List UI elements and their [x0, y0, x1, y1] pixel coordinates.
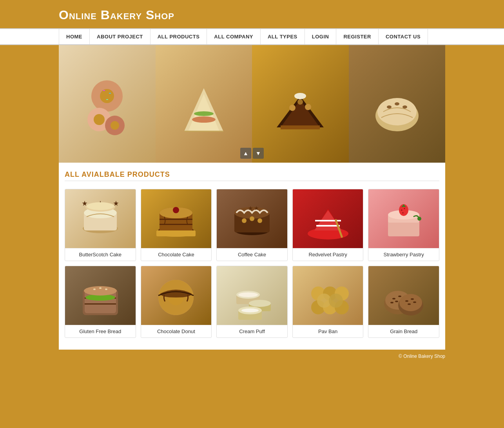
svg-point-64: [417, 217, 421, 221]
nav-products[interactable]: ALL PRODUCTS: [150, 29, 207, 44]
svg-point-63: [402, 212, 404, 214]
product-gluten-bread-image: [65, 266, 136, 325]
banner-seg-1: [59, 45, 156, 163]
svg-rect-40: [156, 230, 196, 236]
footer-text: © Online Bakery Shop: [399, 354, 445, 359]
svg-text:★: ★: [248, 205, 253, 211]
svg-point-19: [305, 104, 311, 110]
product-gluten-bread[interactable]: Gluten Free Bread: [65, 266, 136, 338]
svg-point-102: [390, 302, 393, 303]
svg-text:★: ★: [254, 205, 259, 211]
product-pav-ban-name: Pav Ban: [293, 325, 363, 337]
svg-rect-7: [109, 93, 111, 94]
product-redvelvet-image: [293, 189, 363, 248]
svg-marker-30: [82, 201, 87, 206]
nav-contact[interactable]: CONTACT US: [379, 29, 428, 44]
product-chocolate-cake-image: [141, 189, 212, 248]
svg-point-12: [192, 116, 216, 123]
header: Online Bakery Shop: [0, 0, 504, 28]
product-strawberry-name: Strawberry Pastry: [368, 248, 439, 261]
svg-point-25: [402, 105, 407, 109]
product-cream-puff-image: [217, 266, 287, 325]
svg-point-106: [411, 298, 414, 300]
svg-point-18: [297, 99, 303, 105]
svg-point-99: [398, 296, 401, 297]
product-cream-puff-name: Cream Puff: [217, 325, 287, 337]
nav-types[interactable]: ALL TYPES: [261, 29, 305, 44]
nav-login[interactable]: LOGIN: [305, 29, 337, 44]
product-grain-bread[interactable]: Grain Bread: [368, 266, 439, 338]
product-butterscotch-name: ButterScotch Cake: [65, 248, 136, 261]
product-choc-donut-name: Chocolate Donut: [141, 325, 212, 337]
banner-seg-3: [252, 45, 349, 163]
svg-point-95: [329, 294, 343, 308]
products-row1: ButterScotch Cake: [65, 189, 439, 261]
svg-point-61: [401, 210, 402, 211]
product-redvelvet[interactable]: Redvelvet Pastry: [292, 189, 364, 261]
svg-rect-8: [106, 99, 108, 100]
site-title: Online Bakery Shop: [59, 8, 445, 22]
svg-point-23: [387, 105, 392, 109]
navbar: HOME ABOUT PROJECT ALL PRODUCTS ALL COMP…: [0, 28, 504, 45]
svg-point-20: [294, 93, 306, 99]
svg-rect-16: [281, 125, 320, 129]
svg-point-13: [194, 111, 214, 116]
nav-register[interactable]: REGISTER: [336, 29, 378, 44]
svg-point-80: [238, 292, 258, 297]
section-title: ALL AVIALBALE PRODUCTS: [65, 170, 439, 179]
svg-point-24: [395, 102, 399, 105]
product-gluten-bread-name: Gluten Free Bread: [65, 325, 136, 337]
svg-point-71: [93, 288, 96, 290]
product-butterscotch-image: [65, 189, 136, 248]
product-strawberry-image: [368, 189, 439, 248]
svg-point-33: [87, 202, 114, 210]
svg-point-17: [289, 105, 296, 111]
svg-point-108: [413, 301, 416, 303]
svg-point-5: [111, 121, 119, 130]
product-pav-ban[interactable]: Pav Ban: [292, 266, 364, 338]
svg-point-46: [242, 218, 247, 223]
product-coffee-cake[interactable]: ★ ★ Coffee Cake: [216, 189, 288, 261]
svg-point-42: [173, 207, 179, 213]
main-content: ALL AVIALBALE PRODUCTS: [59, 163, 445, 350]
banner-container: ▲ ▼: [59, 45, 445, 163]
product-grain-bread-name: Grain Bread: [368, 325, 439, 337]
svg-point-98: [392, 298, 395, 299]
product-chocolate-cake[interactable]: Chocolate Cake: [141, 189, 212, 261]
section-divider: [65, 181, 439, 181]
svg-point-1: [100, 89, 114, 103]
banner-prev-btn[interactable]: ▲: [240, 148, 251, 159]
svg-point-3: [94, 114, 105, 125]
banner: [59, 45, 445, 163]
banner-seg-2: [156, 45, 252, 163]
svg-point-105: [405, 300, 408, 302]
product-strawberry[interactable]: Strawberry Pastry: [368, 189, 439, 261]
banner-controls: ▲ ▼: [240, 148, 264, 159]
products-row2: Gluten Free Bread Chocolate Donut: [65, 266, 439, 338]
svg-rect-68: [85, 303, 116, 305]
nav-about[interactable]: ABOUT PROJECT: [90, 29, 150, 44]
product-coffee-cake-name: Coffee Cake: [217, 248, 287, 261]
footer: © Online Bakery Shop: [0, 350, 504, 363]
banner-seg-4: [349, 45, 446, 163]
product-choc-donut[interactable]: Chocolate Donut: [141, 266, 212, 338]
svg-point-83: [249, 300, 271, 307]
banner-next-btn[interactable]: ▼: [253, 148, 264, 159]
svg-point-104: [399, 294, 422, 311]
svg-marker-31: [113, 201, 118, 206]
svg-point-100: [395, 301, 398, 302]
product-cream-puff[interactable]: Cream Puff: [216, 266, 288, 338]
svg-point-87: [241, 308, 259, 312]
product-choc-donut-image: [141, 266, 212, 325]
product-grain-bread-image: [368, 266, 439, 325]
product-chocolate-cake-name: Chocolate Cake: [141, 248, 212, 261]
nav-home[interactable]: HOME: [59, 29, 90, 44]
product-coffee-cake-image: ★ ★: [217, 189, 287, 248]
nav-company[interactable]: ALL COMPANY: [207, 29, 261, 44]
svg-point-107: [408, 303, 411, 305]
product-butterscotch[interactable]: ButterScotch Cake: [65, 189, 136, 261]
svg-point-72: [99, 287, 102, 289]
svg-point-62: [404, 208, 405, 209]
svg-rect-6: [103, 90, 105, 91]
product-pav-ban-image: [293, 266, 363, 325]
